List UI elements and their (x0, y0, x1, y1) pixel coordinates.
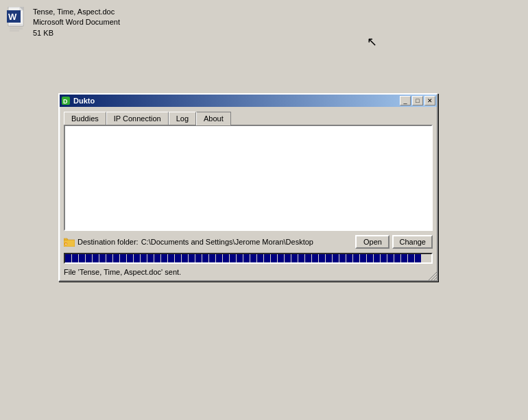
progress-segment (360, 254, 366, 262)
progress-segment (127, 254, 133, 262)
minimize-button[interactable]: _ (400, 96, 411, 106)
resize-grip[interactable] (427, 271, 437, 280)
progress-segment (86, 254, 92, 262)
svg-marker-12 (64, 238, 68, 240)
file-size: 51 KB (33, 28, 120, 38)
destination-label: Destination folder: (77, 238, 139, 246)
progress-segment (353, 254, 359, 262)
progress-segment (319, 254, 325, 262)
progress-segment (415, 254, 421, 262)
progress-segment (120, 254, 126, 262)
progress-segment (346, 254, 352, 262)
progress-segment (408, 254, 414, 262)
progress-segment (312, 254, 318, 262)
app-icon: D (61, 96, 71, 106)
tab-about[interactable]: About (196, 112, 231, 125)
progress-segment (339, 254, 346, 262)
progress-bar-inner (65, 254, 431, 262)
progress-segment (243, 254, 250, 262)
progress-segment (141, 254, 147, 262)
progress-segment (230, 254, 236, 262)
progress-segment (134, 254, 140, 262)
title-buttons: _ □ ✕ (400, 96, 435, 106)
title-bar: D Dukto _ □ ✕ (60, 95, 437, 107)
progress-segment (106, 254, 112, 262)
progress-segment (216, 254, 222, 262)
window-title: Dukto (73, 97, 95, 105)
destination-row: ✦ Destination folder: C:\Documents and S… (64, 235, 433, 249)
progress-segment (175, 254, 181, 262)
mouse-cursor: ↖ (367, 34, 377, 49)
title-bar-left: D Dukto (61, 96, 95, 106)
progress-segment (195, 254, 202, 262)
progress-bar (64, 253, 433, 264)
progress-segment (367, 254, 373, 262)
svg-text:W: W (8, 12, 17, 22)
progress-segment (271, 254, 277, 262)
status-text: File 'Tense, Time, Aspect.doc' sent. (64, 267, 433, 277)
progress-segment (374, 254, 380, 262)
dukto-window: D Dukto _ □ ✕ Buddies IP Connection Log … (58, 93, 438, 282)
desktop-file-icon[interactable]: W Tense, Time, Aspect.doc Microsoft Word… (7, 7, 130, 38)
progress-segment (65, 254, 71, 262)
progress-segment (202, 254, 208, 262)
progress-segment (72, 254, 78, 262)
progress-segment (161, 254, 167, 262)
svg-line-16 (431, 275, 437, 280)
progress-segment (333, 254, 339, 262)
progress-segment (291, 254, 298, 262)
open-button[interactable]: Open (355, 235, 389, 249)
progress-segment (394, 254, 400, 262)
progress-segment (278, 254, 284, 262)
progress-segment (147, 254, 154, 262)
progress-segment (381, 254, 387, 262)
progress-segment (209, 254, 215, 262)
tab-ip-connection[interactable]: IP Connection (106, 112, 169, 125)
progress-segment (264, 254, 270, 262)
progress-segment (387, 254, 394, 262)
progress-segment (113, 254, 119, 262)
tab-content-area (64, 125, 433, 231)
change-button[interactable]: Change (392, 235, 433, 249)
progress-segment (305, 254, 311, 262)
progress-segment (93, 254, 99, 262)
progress-segment (223, 254, 229, 262)
close-button[interactable]: ✕ (424, 96, 435, 106)
progress-segment (189, 254, 195, 262)
progress-segment (250, 254, 256, 262)
svg-line-17 (434, 277, 437, 280)
tab-buddies[interactable]: Buddies (64, 112, 106, 125)
file-info: Tense, Time, Aspect.doc Microsoft Word D… (33, 7, 120, 38)
maximize-button[interactable]: □ (412, 96, 423, 106)
progress-segment (182, 254, 188, 262)
progress-segment (298, 254, 304, 262)
svg-text:✦: ✦ (64, 242, 67, 246)
tabs-container: Buddies IP Connection Log About (60, 107, 437, 125)
file-type: Microsoft Word Document (33, 17, 120, 27)
progress-segment (154, 254, 160, 262)
progress-segment (237, 254, 243, 262)
progress-segment (257, 254, 263, 262)
progress-segment (99, 254, 106, 262)
svg-text:D: D (63, 98, 68, 105)
progress-segment (326, 254, 332, 262)
progress-segment (79, 254, 85, 262)
progress-segment (168, 254, 174, 262)
file-name: Tense, Time, Aspect.doc (33, 7, 120, 17)
progress-segment (401, 254, 407, 262)
folder-icon: ✦ (64, 237, 75, 247)
word-file-icon: W (7, 7, 29, 33)
footer-area: ✦ Destination folder: C:\Documents and S… (60, 231, 437, 280)
tab-log[interactable]: Log (169, 112, 196, 125)
destination-path: C:\Documents and Settings\Jerome Moran\D… (141, 238, 353, 246)
progress-segment (285, 254, 291, 262)
